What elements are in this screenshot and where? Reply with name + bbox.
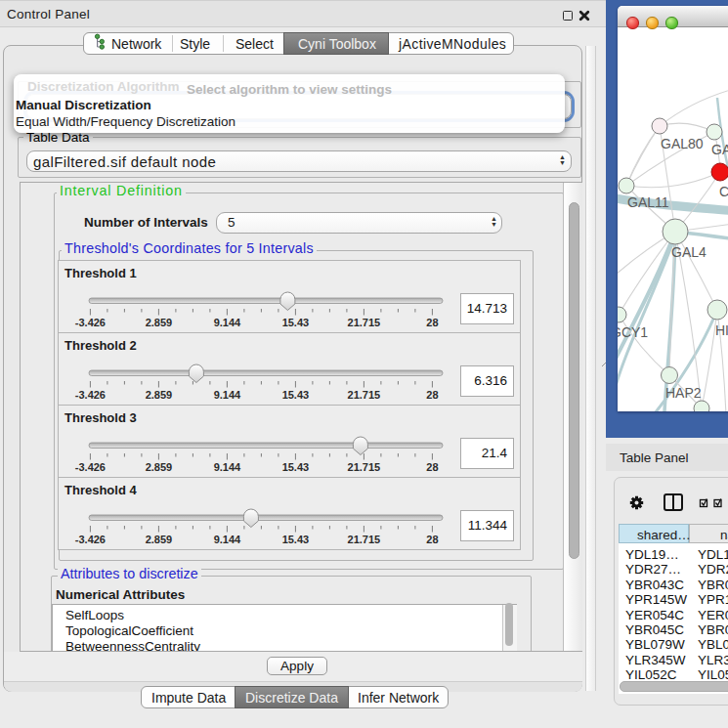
svg-text:-3.426: -3.426 xyxy=(75,534,106,545)
svg-text:Threshold 1: Threshold 1 xyxy=(64,266,137,280)
svg-text:2.859: 2.859 xyxy=(146,461,173,473)
svg-text:21.715: 21.715 xyxy=(348,317,381,328)
svg-text:CDC: CDC xyxy=(719,184,728,199)
svg-text:15.43: 15.43 xyxy=(282,389,310,401)
svg-text:GCY1: GCY1 xyxy=(618,324,648,340)
svg-text:15.43: 15.43 xyxy=(282,534,310,545)
svg-text:-3.426: -3.426 xyxy=(75,389,106,401)
svg-text:-3.426: -3.426 xyxy=(75,317,106,328)
svg-text:2.859: 2.859 xyxy=(146,389,173,401)
svg-text:HIS: HIS xyxy=(715,322,728,338)
svg-text:15.43: 15.43 xyxy=(282,461,310,473)
svg-text:9.144: 9.144 xyxy=(214,534,241,545)
svg-text:GAL11: GAL11 xyxy=(627,194,669,210)
svg-text:Threshold 3: Threshold 3 xyxy=(64,410,137,425)
svg-text:9.144: 9.144 xyxy=(214,317,241,328)
svg-text:21.715: 21.715 xyxy=(348,461,381,473)
svg-text:28: 28 xyxy=(426,389,438,401)
svg-text:15.43: 15.43 xyxy=(282,317,310,328)
svg-text:GAL4: GAL4 xyxy=(671,244,707,260)
svg-text:Threshold 2: Threshold 2 xyxy=(64,338,137,353)
svg-text:28: 28 xyxy=(426,461,438,473)
svg-text:-3.426: -3.426 xyxy=(75,461,106,473)
svg-text:9.144: 9.144 xyxy=(214,389,241,401)
svg-text:21.715: 21.715 xyxy=(348,389,381,401)
svg-text:GAL3: GAL3 xyxy=(711,142,728,157)
svg-text:Threshold 4: Threshold 4 xyxy=(64,483,137,497)
svg-text:28: 28 xyxy=(426,534,438,545)
svg-text:2.859: 2.859 xyxy=(146,317,173,328)
svg-text:28: 28 xyxy=(426,317,438,328)
svg-text:HAP2: HAP2 xyxy=(665,385,702,401)
svg-text:21.715: 21.715 xyxy=(348,534,381,545)
svg-text:2.859: 2.859 xyxy=(146,534,173,545)
svg-text:GAL80: GAL80 xyxy=(661,136,704,151)
svg-text:9.144: 9.144 xyxy=(214,461,241,473)
